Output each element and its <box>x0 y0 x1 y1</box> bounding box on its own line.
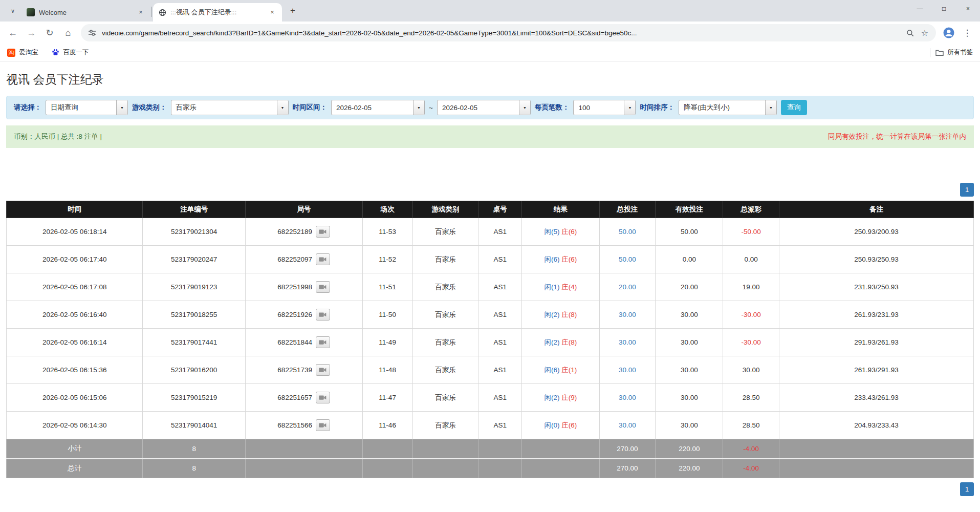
col-note: 备注 <box>779 201 974 218</box>
game-type-select[interactable]: 百家乐 ▼ <box>171 100 289 115</box>
video-replay-button[interactable] <box>316 336 330 348</box>
video-replay-button[interactable] <box>316 281 330 293</box>
total-payout: -4.00 <box>723 459 779 478</box>
cell-game: 百家乐 <box>412 218 478 246</box>
browser-menu-button[interactable]: ⋮ <box>959 24 976 41</box>
result-banker: 庄(4) <box>561 283 577 291</box>
video-replay-button[interactable] <box>316 309 330 321</box>
window-close-button[interactable]: × <box>956 0 980 17</box>
all-bookmarks-button[interactable]: 所有书签 <box>935 48 973 57</box>
result-banker: 庄(9) <box>561 394 577 401</box>
browser-tab-betrecord[interactable]: :::视讯 会员下注纪录::: × <box>153 3 282 22</box>
address-bar[interactable]: videoie.com/game/betrecord_search/kind3?… <box>81 24 936 41</box>
cell-total-bet[interactable]: 50.00 <box>599 218 656 246</box>
result-player: 闲(6) <box>545 255 560 263</box>
close-tab-icon[interactable]: × <box>136 8 145 17</box>
home-button[interactable]: ⌂ <box>59 24 77 41</box>
chevron-down-icon[interactable]: ▼ <box>624 100 635 115</box>
profile-avatar[interactable] <box>940 24 957 41</box>
cell-total-bet[interactable]: 30.00 <box>599 301 656 329</box>
video-camera-icon <box>319 367 326 373</box>
bookmark-aitaobao[interactable]: 淘 爱淘宝 <box>7 48 38 57</box>
date-end-select[interactable]: 2026-02-05 ▼ <box>437 100 531 115</box>
table-row: 2026-02-05 06:16:14 523179017441 6822518… <box>7 329 974 356</box>
page-number-button[interactable]: 1 <box>960 183 974 197</box>
chevron-down-icon[interactable]: ▼ <box>765 100 776 115</box>
bookmark-baidu[interactable]: 百度一下 <box>52 48 89 57</box>
cell-note: 250.93/250.93 <box>779 246 974 273</box>
minimize-button[interactable]: — <box>908 0 932 17</box>
cell-payout: -30.00 <box>723 329 779 356</box>
cell-bet-id: 523179019123 <box>143 273 245 301</box>
cell-empty <box>412 439 478 459</box>
round-id: 682251566 <box>277 421 312 429</box>
cell-round: 682251657 <box>245 384 362 412</box>
valid-bet-notice-text: 同局有效投注，统一计算在该局第一张注单内 <box>828 132 966 141</box>
cell-table: AS1 <box>478 246 522 273</box>
cell-session: 11-48 <box>362 356 412 384</box>
chevron-down-icon[interactable]: ▼ <box>277 100 288 115</box>
cell-round: 682251926 <box>245 301 362 329</box>
per-page-select[interactable]: 100 ▼ <box>573 100 636 115</box>
browser-toolbar: ← → ↻ ⌂ videoie.com/game/betrecord_searc… <box>0 22 980 44</box>
result-player: 闲(5) <box>545 228 560 236</box>
zoom-icon[interactable] <box>905 28 915 38</box>
window-controls: — □ × <box>908 0 980 17</box>
cell-total-bet[interactable]: 20.00 <box>599 273 656 301</box>
result-banker: 庄(1) <box>561 366 577 374</box>
video-replay-button[interactable] <box>316 364 330 376</box>
cell-round: 682252097 <box>245 246 362 273</box>
page-number-button[interactable]: 1 <box>960 482 974 496</box>
forward-button[interactable]: → <box>23 24 40 41</box>
cell-total-bet[interactable]: 30.00 <box>599 412 656 439</box>
cell-empty <box>362 459 412 478</box>
cell-payout: 30.00 <box>723 356 779 384</box>
filter-bar: 请选择： 日期查询 ▼ 游戏类别： 百家乐 ▼ 时间区间： 2026-02-05… <box>6 96 974 119</box>
cell-total-bet[interactable]: 30.00 <box>599 384 656 412</box>
result-banker: 庄(6) <box>561 228 577 236</box>
cell-game: 百家乐 <box>412 356 478 384</box>
cell-total-bet[interactable]: 50.00 <box>599 246 656 273</box>
video-replay-button[interactable] <box>316 392 330 403</box>
cell-session: 11-51 <box>362 273 412 301</box>
video-replay-button[interactable] <box>316 226 330 238</box>
refresh-button[interactable]: ↻ <box>41 24 58 41</box>
search-button[interactable]: 查询 <box>781 100 807 115</box>
close-tab-icon[interactable]: × <box>268 8 277 17</box>
cell-table: AS1 <box>478 329 522 356</box>
cell-total-bet[interactable]: 30.00 <box>599 329 656 356</box>
col-valid-bet: 有效投注 <box>656 201 723 218</box>
cell-total-bet[interactable]: 30.00 <box>599 356 656 384</box>
bookmark-star-icon[interactable]: ☆ <box>920 28 930 38</box>
cell-empty <box>245 439 362 459</box>
video-replay-button[interactable] <box>316 253 330 265</box>
tab-title: Welcome <box>39 9 132 16</box>
col-table-no: 桌号 <box>478 201 522 218</box>
new-tab-button[interactable]: + <box>286 4 299 17</box>
chevron-down-icon[interactable]: ▼ <box>519 100 530 115</box>
globe-favicon-icon <box>158 8 166 16</box>
round-id: 682251844 <box>277 338 312 346</box>
maximize-button[interactable]: □ <box>932 0 956 17</box>
date-start-select[interactable]: 2026-02-05 ▼ <box>331 100 425 115</box>
back-button[interactable]: ← <box>4 24 21 41</box>
result-player: 闲(0) <box>545 421 560 429</box>
result-banker: 庄(8) <box>561 311 577 318</box>
chevron-down-icon[interactable]: ▼ <box>413 100 424 115</box>
cell-valid-bet: 30.00 <box>656 356 723 384</box>
cell-empty <box>779 459 974 478</box>
welcome-favicon-icon <box>27 8 35 16</box>
site-settings-icon[interactable] <box>87 28 97 38</box>
sort-select[interactable]: 降幂(由大到小) ▼ <box>679 100 777 115</box>
video-replay-button[interactable] <box>316 419 330 431</box>
col-game-type: 游戏类别 <box>412 201 478 218</box>
cell-session: 11-52 <box>362 246 412 273</box>
currency-summary-text: 币别：人民币 | 总共 :8 注单 | <box>14 132 102 141</box>
query-type-select[interactable]: 日期查询 ▼ <box>46 100 128 115</box>
url-text[interactable]: videoie.com/game/betrecord_search/kind3?… <box>102 29 900 37</box>
browser-tab-welcome[interactable]: Welcome × <box>21 3 150 22</box>
tab-search-icon[interactable]: ∨ <box>6 4 19 17</box>
cell-result: 闲(5) 庄(6) <box>522 218 599 246</box>
result-player: 闲(2) <box>545 311 560 318</box>
chevron-down-icon[interactable]: ▼ <box>116 100 127 115</box>
